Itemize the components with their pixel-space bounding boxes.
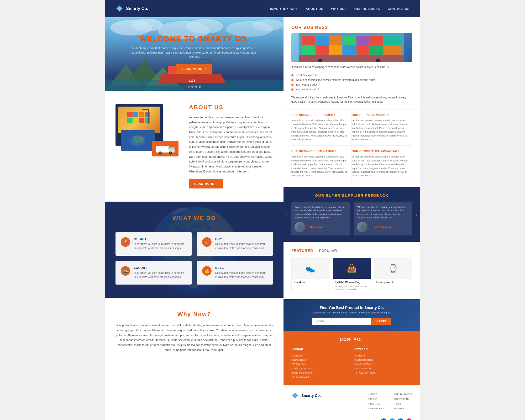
hero-dot-4[interactable] [199,86,201,88]
nav-item-why-us[interactable]: WHY US? [331,6,346,11]
footer-link-about[interactable]: ABOUT US [368,401,384,406]
testimonial-1-avatar: 👤 [295,222,305,232]
svg-rect-37 [156,146,169,153]
find-product-title: Find You Best Product In Smarty Co. [291,306,412,310]
nav-item-about[interactable]: ABOUT US [306,6,323,11]
featured-label[interactable]: FEATURED [291,249,313,253]
find-product-content: Find You Best Product In Smarty Co. Sear… [291,306,412,325]
testimonial-prev-button[interactable]: ‹ [286,212,288,217]
about-read-more-button[interactable]: READ MORE [189,179,223,188]
testimonials-section: OUR BUYER/SUPPLIER FEEDBACK ‹ "Mauris im… [284,187,420,242]
find-product-section: Find You Best Product In Smarty Co. Sear… [284,299,420,331]
svg-rect-49 [356,36,370,45]
product-watch-info: Luxury Watch [374,279,412,287]
business-mission: OUR BUSINESS MISSION Vestibulum commodo … [352,109,412,146]
footer-link-team[interactable]: TEAM [394,401,412,406]
footer-link-import[interactable]: IMPORT [368,392,384,397]
buy-name: BUY [215,237,268,240]
about-images [116,104,178,156]
business-commitment: OUR BUSINESS COMMITMENT Vestibulum commo… [291,146,352,182]
footer-link-export[interactable]: EXPORT [368,397,384,401]
testimonials-title: OUR BUYER/SUPPLIER FEEDBACK [291,193,412,198]
featured-header: FEATURED POPULAR [291,248,412,253]
hero-title: WELCOME TO SMARTY CO. [131,34,257,43]
contact-newyork-info: Smarty Co. 8 Aberdeen Road Aberdean Vill… [354,354,412,375]
why-now-section: Why Now? Duis porta, ligula rhoncus euis… [105,298,284,365]
footer-link-contact[interactable]: CONTACT US [394,397,412,401]
philosophy-text: Vestibulum commodo sapien non elit portt… [291,119,347,141]
product-bag[interactable]: 👜 TyUshh Woman Bag Quisque sodales lorem… [333,258,371,293]
business-philosophy: OUR BUSINESS PHILOSOPHY Vestibulum commo… [291,109,352,146]
svg-marker-39 [168,147,175,149]
featured-separator [316,248,316,253]
footer-link-why-africa[interactable]: WHY AFRICA? [368,406,384,411]
contact-london-info: Smarty Co. Hanna House 250 City Road Lon… [291,354,349,379]
logo[interactable]: Smarty Co. [116,5,148,13]
featured-section: FEATURED POPULAR 👟 Sneakers 👜 TyUsh [284,242,420,299]
footer-logo[interactable]: Smarty Co. [291,392,321,399]
linkedin-icon[interactable]: in [397,418,404,420]
buy-icon: 🛒 [202,237,212,247]
svg-rect-48 [343,36,356,45]
export-desc: Duis autem vel eum iriure dolor in hendr… [134,271,186,279]
svg-rect-27 [133,118,138,123]
nav-item-our-business[interactable]: OUR BUSINESS [354,6,380,11]
testimonial-2-author: — Home Attendant [370,226,391,228]
svg-rect-56 [356,45,370,55]
bullet-dot [291,74,293,76]
nav-item-import-export[interactable]: IMPORT/EXPORT [270,6,298,11]
business-grid: OUR BUSINESS PHILOSOPHY Vestibulum commo… [284,109,420,187]
footer: Smarty Co. IMPORT EXPORT ABOUT US WHY AF… [284,385,420,420]
contact-title: CONTACT [291,337,412,342]
what-we-do-section: 🌍 WHAT WE DO 📦 IMPORT Duis autem vel eum… [105,202,284,298]
social-icons: f t in ig [381,418,412,420]
our-business-intro: If you are a business hoping to expand i… [291,65,412,69]
testimonial-next-button[interactable]: › [416,212,417,217]
product-sneakers[interactable]: 👟 Sneakers [291,258,329,293]
instagram-icon[interactable]: ig [406,418,412,420]
footer-logo-icon [291,392,299,399]
business-footer-text: We source all things from medicines to f… [291,96,412,104]
twitter-icon[interactable]: t [389,418,395,420]
logo-text: Smarty Co. [126,6,148,11]
product-watch-name: Luxury Watch [376,281,410,284]
find-product-input[interactable] [312,318,371,325]
facebook-icon[interactable]: f [381,418,387,420]
bullet-3: You need a product? [291,82,412,87]
our-business-title: OUR BUSINESS [291,25,412,30]
why-now-text: Duis porta, ligula rhoncus euismod preti… [116,323,273,352]
service-buy: 🛒 BUY Duis autem vel eum iriure dolor in… [197,232,273,256]
svg-rect-31 [142,109,149,110]
hero-dot-1[interactable] [188,86,190,88]
featured-products: 👟 Sneakers 👜 TyUshh Woman Bag Quisque so… [291,258,412,293]
footer-link-our-business[interactable]: OUR BUSINESS [394,392,412,397]
import-icon: 📦 [121,237,130,247]
contact-columns: London Smarty Co. Hanna House 250 City R… [291,347,412,379]
svg-rect-53 [316,45,329,55]
commitment-text: Vestibulum commodo sapien non elit portt… [291,155,347,177]
business-bullets: Need an exporter? We are connected and s… [291,73,412,92]
hero-read-more-button[interactable]: READ MORE [176,64,213,74]
svg-point-43 [170,152,171,154]
bullet-4: You need to import? [291,87,412,92]
product-bag-desc: Quisque sodales lorem eu seneque ut pore… [335,285,368,291]
popular-label[interactable]: POPULAR [319,249,337,253]
mission-text: Vestibulum commodo sapien non elit portt… [352,119,408,141]
footer-nav-col-2: OUR BUSINESS CONTACT US TEAM PRIVACY [394,392,412,411]
bullet-1: Need an exporter? [291,73,412,78]
find-product-search-button[interactable]: SEARCH [371,318,391,325]
sale-icon: 💰 [202,266,212,276]
testimonial-1-author: — Home Owner [307,226,325,228]
commitment-title: OUR BUSINESS COMMITMENT [291,150,347,153]
contact-section: CONTACT London Smarty Co. Hanna House 25… [284,331,420,385]
svg-marker-62 [292,392,298,399]
svg-point-42 [159,152,161,154]
mission-title: OUR BUSINESS MISSION [352,114,408,117]
hero-dot-2[interactable] [191,86,193,88]
product-watch[interactable]: ⌚ Luxury Watch [374,258,412,293]
product-bag-image: 👜 [333,258,370,279]
import-desc: Duis autem vel eum iriure dolor in hendr… [134,242,186,250]
nav-item-contact[interactable]: CONTACT US [388,6,410,11]
hero-dot-3[interactable] [195,86,197,88]
footer-link-privacy[interactable]: PRIVACY [394,406,412,411]
